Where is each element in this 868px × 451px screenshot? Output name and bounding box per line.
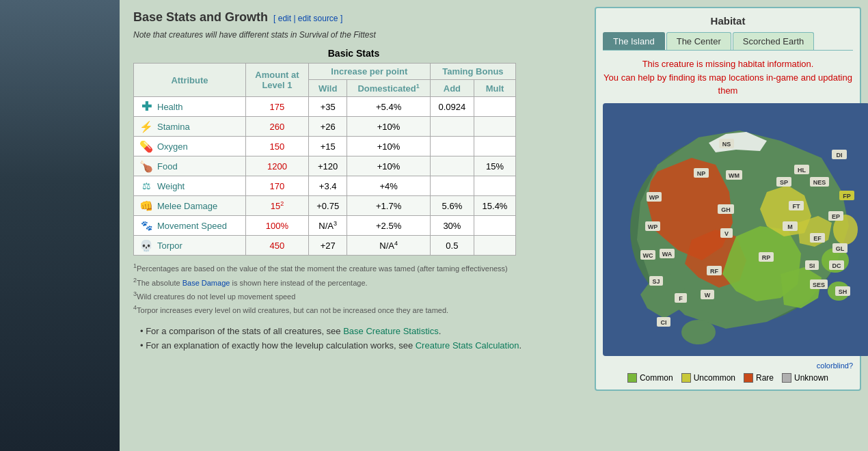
svg-text:F: F xyxy=(679,295,683,302)
svg-point-14 xyxy=(681,320,716,344)
right-panel: Habitat The Island The Center Scorched E… xyxy=(588,0,868,451)
main-content: Base Stats and Growth [ edit | edit sour… xyxy=(120,0,588,451)
food-icon: 🍗 xyxy=(139,159,153,173)
stamina-wild: +26 xyxy=(308,117,347,137)
svg-text:WA: WA xyxy=(662,251,673,258)
habitat-map: NS DI NP WM HL SP xyxy=(603,103,853,356)
svg-text:NES: NES xyxy=(813,179,826,186)
table-row: 🐾 Movement Speed 100% N/A3 +2.5% 30% xyxy=(134,216,516,236)
table-row: ⚡ Stamina 260 +26 +10% xyxy=(134,117,516,137)
svg-text:WP: WP xyxy=(649,194,660,201)
creature-stats-calc-link[interactable]: Creature Stats Calculation xyxy=(416,340,519,351)
oxygen-wild: +15 xyxy=(308,137,347,156)
svg-text:EP: EP xyxy=(832,213,840,220)
svg-text:DI: DI xyxy=(837,152,843,159)
stamina-mult xyxy=(474,117,516,137)
melee-wild: +0.75 xyxy=(308,196,347,216)
bullet-list: For a comparison of the stats of all cre… xyxy=(133,326,574,351)
edit-link[interactable]: [ edit | edit source ] xyxy=(273,14,342,23)
habitat-box: Habitat The Island The Center Scorched E… xyxy=(595,7,861,391)
torpor-mult xyxy=(474,236,516,256)
svg-text:RP: RP xyxy=(762,254,771,261)
rare-color-swatch xyxy=(744,373,753,383)
missing-line2: You can help by finding its map location… xyxy=(603,72,852,96)
weight-wild: +3.4 xyxy=(308,176,347,196)
sidebar xyxy=(0,0,120,451)
tab-scorched-earth[interactable]: Scorched Earth xyxy=(733,32,815,50)
torpor-icon: 💀 xyxy=(139,238,153,252)
attr-torpor: 💀 Torpor xyxy=(134,236,246,256)
health-mult xyxy=(474,97,516,117)
food-domesticated: +10% xyxy=(347,156,430,176)
svg-text:WP: WP xyxy=(648,223,658,230)
svg-text:GH: GH xyxy=(721,206,731,213)
svg-text:DC: DC xyxy=(832,262,841,269)
svg-text:SI: SI xyxy=(809,262,815,269)
legend-unknown: Unknown xyxy=(782,373,828,383)
movement-domesticated: +2.5% xyxy=(347,216,430,236)
basic-stats-title: Basic Stats xyxy=(133,48,574,59)
tab-the-island[interactable]: The Island xyxy=(603,32,665,50)
health-wild: +35 xyxy=(308,97,347,117)
svg-text:SJ: SJ xyxy=(652,278,660,285)
table-row: 💀 Torpor 450 +27 N/A4 0.5 xyxy=(134,236,516,256)
melee-domesticated: +1.7% xyxy=(347,196,430,216)
table-row: 🍗 Food 1200 +120 +10% 15% xyxy=(134,156,516,176)
svg-text:FP: FP xyxy=(843,193,851,200)
torpor-domesticated: N/A4 xyxy=(347,236,430,256)
food-wild: +120 xyxy=(308,156,347,176)
page-title: Base Stats and Growth xyxy=(133,10,268,25)
attr-stamina: ⚡ Stamina xyxy=(134,117,246,137)
stamina-amount: 260 xyxy=(245,117,308,137)
missing-line1: This creature is missing habitat informa… xyxy=(642,59,814,69)
colorblind-link[interactable]: colorblind? xyxy=(603,361,853,370)
common-label: Common xyxy=(640,373,673,383)
col-taming: Taming Bonus xyxy=(430,64,515,80)
base-creature-stats-link[interactable]: Base Creature Statistics xyxy=(343,326,438,336)
unknown-label: Unknown xyxy=(794,373,828,383)
food-add xyxy=(430,156,474,176)
stamina-add xyxy=(430,117,474,137)
svg-text:SP: SP xyxy=(780,179,788,186)
table-row: ✚ Health 175 +35 +5.4% 0.0924 xyxy=(134,97,516,117)
attr-food: 🍗 Food xyxy=(134,156,246,176)
col-increase: Increase per point xyxy=(308,64,430,80)
legend-common: Common xyxy=(627,373,673,383)
melee-add: 5.6% xyxy=(430,196,474,216)
attr-movement: 🐾 Movement Speed xyxy=(134,216,246,236)
svg-text:CI: CI xyxy=(661,319,667,326)
food-mult: 15% xyxy=(474,156,516,176)
oxygen-amount: 150 xyxy=(245,137,308,156)
bullet-item-2: For an explanation of exactly how the le… xyxy=(140,340,574,351)
survival-note: Note that creatures will have different … xyxy=(133,30,574,40)
col-amount: Amount atLevel 1 xyxy=(245,64,308,97)
oxygen-icon: 💊 xyxy=(139,139,153,153)
stamina-domesticated: +10% xyxy=(347,117,430,137)
torpor-amount: 450 xyxy=(245,236,308,256)
edit-links[interactable]: [ edit | edit source ] xyxy=(273,14,342,23)
weight-amount: 170 xyxy=(245,176,308,196)
svg-text:W: W xyxy=(705,292,711,299)
movement-add: 30% xyxy=(430,216,474,236)
svg-text:WC: WC xyxy=(643,252,653,259)
torpor-wild: +27 xyxy=(308,236,347,256)
table-row: 💊 Oxygen 150 +15 +10% xyxy=(134,137,516,156)
movement-mult xyxy=(474,216,516,236)
torpor-add: 0.5 xyxy=(430,236,474,256)
oxygen-add xyxy=(430,137,474,156)
melee-mult: 15.4% xyxy=(474,196,516,216)
melee-amount: 152 xyxy=(245,196,308,216)
weight-add xyxy=(430,176,474,196)
table-row: ⚖ Weight 170 +3.4 +4% xyxy=(134,176,516,196)
movement-icon: 🐾 xyxy=(139,219,153,232)
tab-the-center[interactable]: The Center xyxy=(666,32,731,50)
footnotes-section: 1Percentages are based on the value of t… xyxy=(133,261,574,316)
weight-icon: ⚖ xyxy=(139,179,153,193)
svg-text:RF: RF xyxy=(710,268,718,275)
health-icon: ✚ xyxy=(139,100,153,113)
svg-text:EF: EF xyxy=(813,235,822,242)
svg-text:FT: FT xyxy=(793,203,800,210)
legend-rare: Rare xyxy=(744,373,774,383)
svg-text:WM: WM xyxy=(729,172,740,179)
footnote-4: 4Torpor increases every level on wild cr… xyxy=(133,303,574,316)
